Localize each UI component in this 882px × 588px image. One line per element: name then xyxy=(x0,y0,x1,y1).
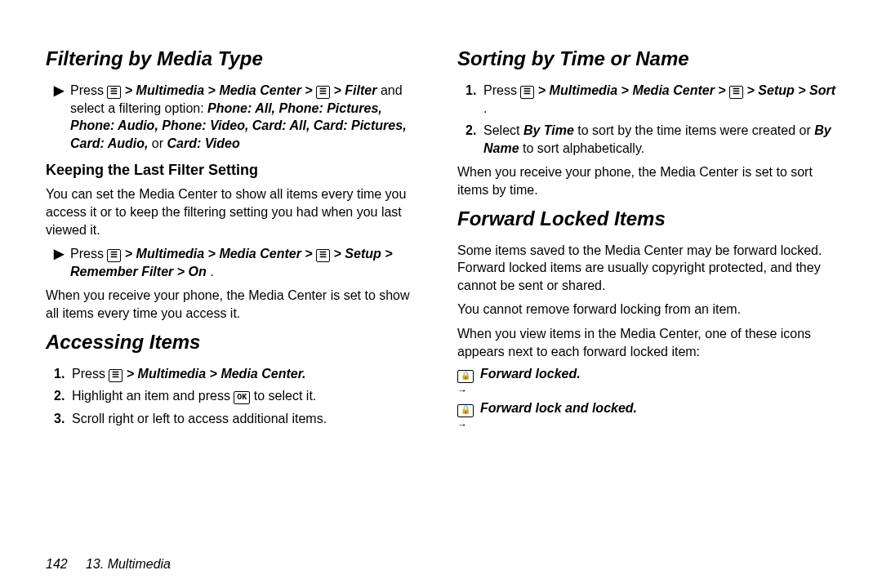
lock-icon: 🔒 xyxy=(457,370,474,383)
menu-key-icon: ☰ xyxy=(316,249,330,262)
nav-path: > Multimedia > Media Center > xyxy=(125,247,316,261)
menu-key-icon: ☰ xyxy=(107,86,121,99)
step-number: 2. xyxy=(466,122,483,140)
step-number: 2. xyxy=(54,387,72,405)
text: Press xyxy=(70,247,107,261)
bullet-icon: ▶ xyxy=(54,245,70,263)
ok-key-icon: OK xyxy=(234,391,250,404)
sort-step-1: 1. Press ☰ > Multimedia > Media Center >… xyxy=(466,82,836,117)
text: Press xyxy=(70,83,107,97)
text: to sort alphabetically. xyxy=(523,141,644,155)
nav-path: > Multimedia > Media Center. xyxy=(127,367,306,381)
text: Highlight an item and press xyxy=(72,389,234,403)
arrow-icon: → xyxy=(457,419,467,430)
text: to sort by the time items were created o… xyxy=(577,123,814,137)
step-number: 1. xyxy=(54,365,72,383)
text: . xyxy=(483,101,487,115)
step-number: 1. xyxy=(466,82,483,100)
menu-key-icon: ☰ xyxy=(109,369,122,382)
forward-lock-and-locked-icon: 🔒→ xyxy=(457,401,480,432)
menu-key-icon: ☰ xyxy=(316,86,330,99)
step-text: Select By Time to sort by the time items… xyxy=(483,122,836,157)
filter-step-text: Press ☰ > Multimedia > Media Center > ☰ … xyxy=(70,82,425,152)
text: to select it. xyxy=(254,389,316,403)
arrow-icon: → xyxy=(457,385,467,396)
text: or xyxy=(152,136,167,150)
text: Select xyxy=(483,123,523,137)
bullet-icon: ▶ xyxy=(54,82,70,100)
step-text: Highlight an item and press OK to select… xyxy=(72,387,425,405)
nav-path: > Setup > Sort xyxy=(747,83,835,97)
lock-icon: 🔒 xyxy=(457,404,474,417)
nav-path: > Multimedia > Media Center > xyxy=(538,83,729,97)
fwd-p1: Some items saved to the Media Center may… xyxy=(457,242,836,295)
sort-step-2: 2. Select By Time to sort by the time it… xyxy=(466,122,836,157)
manual-page: Filtering by Media Type ▶ Press ☰ > Mult… xyxy=(0,0,882,588)
nav-path-end: > Filter xyxy=(334,83,377,97)
menu-key-icon: ☰ xyxy=(107,249,121,262)
keep-step-text: Press ☰ > Multimedia > Media Center > ☰ … xyxy=(70,245,425,280)
fwd-icon-label-1: Forward locked. xyxy=(480,367,836,381)
forward-locked-icon: 🔒→ xyxy=(457,367,480,398)
keep-body: You can set the Media Center to show all… xyxy=(46,185,425,238)
keep-step: ▶ Press ☰ > Multimedia > Media Center > … xyxy=(54,245,425,280)
sort-after: When you receive your phone, the Media C… xyxy=(457,163,836,198)
access-step-3: 3. Scroll right or left to access additi… xyxy=(54,410,425,428)
step-text: Press ☰ > Multimedia > Media Center. xyxy=(72,365,425,383)
nav-path: > Multimedia > Media Center > xyxy=(125,83,316,97)
filter-step: ▶ Press ☰ > Multimedia > Media Center > … xyxy=(54,82,425,152)
heading-keeping-filter: Keeping the Last Filter Setting xyxy=(46,162,425,179)
heading-forward-locked: Forward Locked Items xyxy=(457,207,836,230)
by-time: By Time xyxy=(523,123,574,137)
page-number: 142 xyxy=(46,557,68,571)
text: . xyxy=(210,265,213,278)
fwd-p2: You cannot remove forward locking from a… xyxy=(457,301,836,318)
menu-key-icon: ☰ xyxy=(520,86,534,99)
heading-filtering: Filtering by Media Type xyxy=(46,47,425,70)
menu-key-icon: ☰ xyxy=(729,86,743,99)
fwd-icon-label-2: Forward lock and locked. xyxy=(480,401,836,416)
fwd-icon-row-2: 🔒→ Forward lock and locked. xyxy=(457,401,836,432)
access-step-2: 2. Highlight an item and press OK to sel… xyxy=(54,387,425,405)
access-step-1: 1. Press ☰ > Multimedia > Media Center. xyxy=(54,365,425,383)
heading-accessing: Accessing Items xyxy=(46,331,425,354)
step-text: Press ☰ > Multimedia > Media Center > ☰ … xyxy=(483,82,836,117)
text: Press xyxy=(483,83,520,97)
keep-after: When you receive your phone, the Media C… xyxy=(46,287,425,322)
chapter-label: 13. Multimedia xyxy=(86,557,171,571)
step-text: Scroll right or left to access additiona… xyxy=(72,410,425,428)
page-footer: 142 13. Multimedia xyxy=(46,557,171,572)
fwd-icon-row-1: 🔒→ Forward locked. xyxy=(457,367,836,398)
filter-last-option: Card: Video xyxy=(167,136,240,150)
text: Press xyxy=(72,367,109,381)
fwd-p3: When you view items in the Media Center,… xyxy=(457,325,836,360)
step-number: 3. xyxy=(54,410,72,428)
heading-sorting: Sorting by Time or Name xyxy=(457,47,836,70)
